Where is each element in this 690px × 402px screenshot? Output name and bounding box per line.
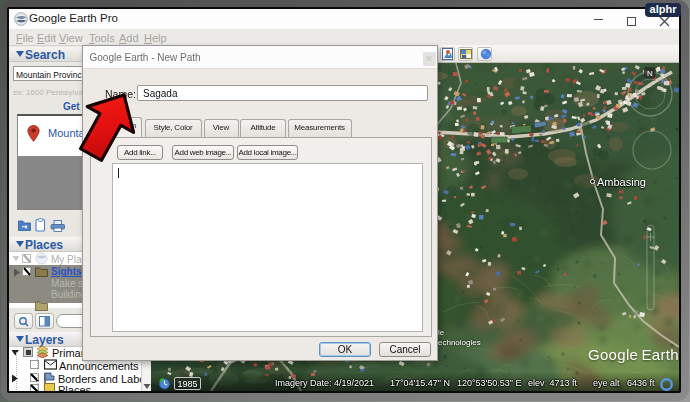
svg-text:N: N: [647, 69, 653, 78]
